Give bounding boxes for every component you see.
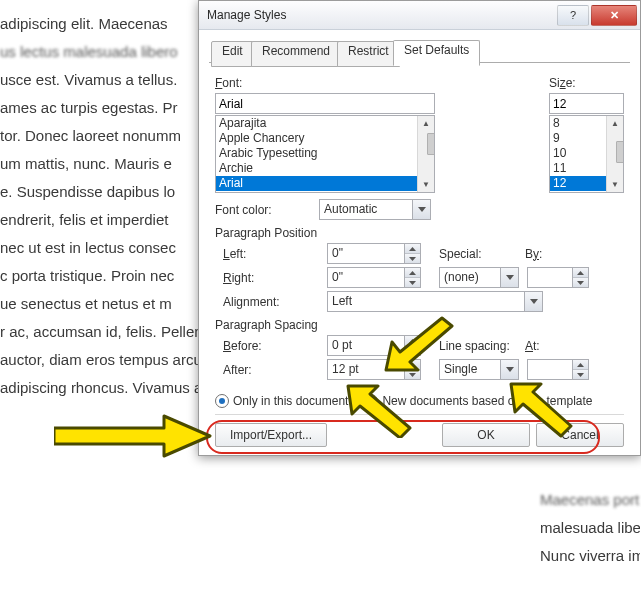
list-item[interactable]: 12: [550, 176, 607, 191]
help-button[interactable]: ?: [557, 5, 589, 26]
special-combo[interactable]: (none): [439, 267, 519, 288]
by-label: By:: [525, 247, 542, 261]
list-item[interactable]: Archie: [216, 161, 418, 176]
paragraph-position-heading: Paragraph Position: [215, 226, 624, 240]
chevron-down-icon: [500, 268, 518, 287]
font-color-combo[interactable]: Automatic: [319, 199, 431, 220]
list-item[interactable]: 8: [550, 116, 607, 131]
special-label: Special:: [439, 247, 482, 261]
at-label: At:: [525, 339, 540, 353]
before-label: Before:: [223, 339, 262, 353]
only-in-document-radio[interactable]: Only in this document: [215, 394, 348, 408]
alignment-combo[interactable]: Left: [327, 291, 543, 312]
annotation-arrow-icon: [374, 316, 454, 372]
font-input[interactable]: [215, 93, 435, 114]
size-listbox[interactable]: 8 9 10 11 12 ▲ ▼: [549, 115, 624, 193]
chevron-down-icon: [412, 200, 430, 219]
list-item[interactable]: 10: [550, 146, 607, 161]
left-label: Left:: [223, 247, 246, 261]
dialog-tabs: Edit Recommend Restrict Set Defaults: [209, 40, 630, 63]
size-input[interactable]: [549, 93, 624, 114]
by-spin[interactable]: [527, 267, 589, 288]
chevron-down-icon: [500, 360, 518, 379]
chevron-down-icon: [524, 292, 542, 311]
list-item[interactable]: Arabic Typesetting: [216, 146, 418, 161]
list-item[interactable]: 11: [550, 161, 607, 176]
at-spin[interactable]: [527, 359, 589, 380]
list-item[interactable]: Arial: [216, 176, 418, 191]
tab-edit[interactable]: Edit: [211, 41, 254, 67]
font-label: Font:: [215, 76, 242, 90]
list-item[interactable]: Aparajita: [216, 116, 418, 131]
size-scrollbar[interactable]: ▲ ▼: [606, 116, 623, 192]
annotation-arrow-icon: [505, 382, 575, 438]
tab-set-defaults[interactable]: Set Defaults: [393, 40, 480, 66]
dialog-titlebar[interactable]: Manage Styles ? ✕: [199, 1, 640, 30]
close-button[interactable]: ✕: [591, 5, 637, 26]
size-label: Size:: [549, 76, 576, 90]
font-listbox[interactable]: Aparajita Apple Chancery Arabic Typesett…: [215, 115, 435, 193]
right-label: Right:: [223, 271, 254, 285]
tab-recommend[interactable]: Recommend: [251, 41, 341, 67]
annotation-arrow-icon: [340, 384, 414, 438]
right-spin[interactable]: 0": [327, 267, 421, 288]
left-spin[interactable]: 0": [327, 243, 421, 264]
annotation-arrow-icon: [54, 412, 214, 462]
after-label: After:: [223, 363, 252, 377]
list-item[interactable]: 9: [550, 131, 607, 146]
font-scrollbar[interactable]: ▲ ▼: [417, 116, 434, 192]
list-item[interactable]: Apple Chancery: [216, 131, 418, 146]
alignment-label: Alignment:: [223, 295, 280, 309]
font-color-label: Font color:: [215, 203, 272, 217]
dialog-title: Manage Styles: [207, 8, 555, 22]
tab-restrict[interactable]: Restrict: [337, 41, 400, 67]
import-export-button[interactable]: Import/Export...: [215, 423, 327, 447]
